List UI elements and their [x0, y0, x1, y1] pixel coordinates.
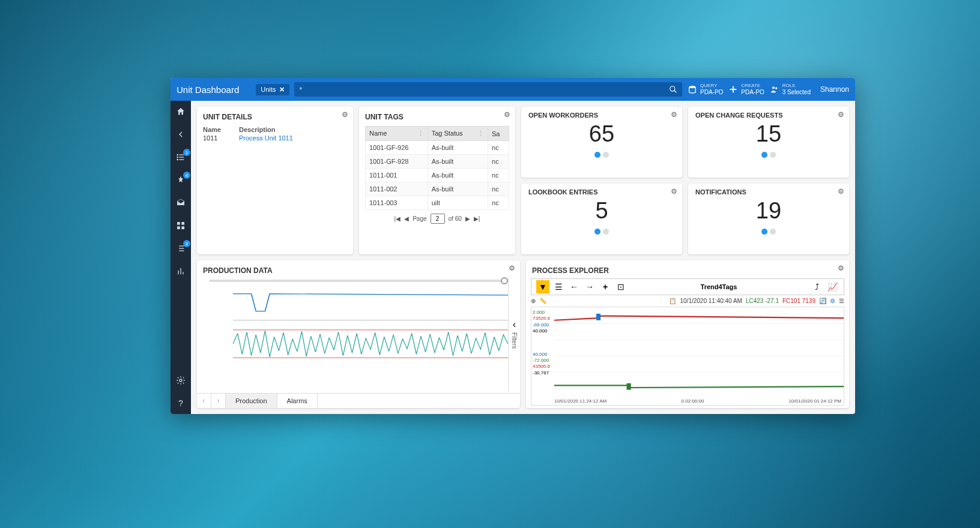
forward-arrow-icon[interactable]: → — [583, 280, 596, 293]
svg-rect-13 — [177, 222, 180, 225]
svg-rect-14 — [181, 222, 184, 225]
table-row[interactable]: 1011-001As-builtnc — [366, 169, 509, 182]
svg-point-23 — [180, 379, 182, 382]
time-slider[interactable] — [209, 280, 508, 282]
unit-details-card: ⚙ UNIT DETAILS Name1011 DescriptionProce… — [197, 107, 353, 254]
role-selector[interactable]: ROLE3 Selected — [769, 83, 811, 95]
filter-icon[interactable]: ▼ — [536, 280, 549, 293]
gear-icon[interactable] — [175, 374, 187, 386]
table-row[interactable]: 1001-GF-928As-builtnc — [366, 155, 509, 169]
header-bar: Unit Dashboard Units ✕ * QUERYPDA-PO CRE… — [171, 78, 855, 101]
menu-icon[interactable]: ☰ — [552, 280, 565, 293]
search-icon[interactable] — [669, 85, 677, 94]
filter-chip-units[interactable]: Units ✕ — [256, 84, 289, 95]
widget-menu-icon[interactable]: ⚙ — [838, 264, 844, 272]
sidebar: 1 4 2 ? — [171, 101, 191, 414]
notifications-card[interactable]: ⚙ NOTIFICATIONS 19 — [688, 184, 849, 254]
close-icon[interactable]: ✕ — [279, 86, 285, 94]
table-row[interactable]: 1011-003uiltnc — [366, 196, 509, 210]
col-status[interactable]: Tag Status⋮ — [428, 127, 488, 141]
svg-point-2 — [689, 86, 696, 88]
table-row[interactable]: 1011-002As-builtnc — [366, 182, 509, 196]
svg-rect-15 — [177, 226, 180, 229]
pager-next[interactable]: ▶ — [465, 215, 470, 222]
description-link[interactable]: Process Unit 1011 — [239, 134, 293, 142]
production-tabs: ‹ › Production Alarms — [197, 393, 520, 408]
search-input[interactable]: * — [294, 82, 682, 97]
pager: |◀ ◀ Page of 60 ▶ ▶| — [365, 214, 509, 224]
add-icon[interactable]: + — [599, 280, 612, 293]
svg-point-12 — [177, 159, 178, 160]
svg-rect-32 — [596, 314, 600, 320]
col-name[interactable]: Name⋮ — [366, 127, 428, 141]
filters-toggle[interactable]: ‹ Filters — [508, 277, 520, 391]
user-name[interactable]: Shannon — [815, 85, 849, 94]
widget-menu-icon[interactable]: ⚙ — [838, 110, 844, 119]
metrics-grid: ⚙ OPEN WORKORDERS 65 ⚙ OPEN CHANGE REQUE… — [521, 107, 849, 254]
target-icon[interactable]: ⊡ — [614, 280, 628, 293]
production-chart-1 — [233, 287, 508, 322]
unit-tags-card: ⚙ UNIT TAGS Name⋮ Tag Status⋮ Sa 1001-GF… — [359, 107, 515, 254]
dashboard-content: ⚙ UNIT DETAILS Name1011 DescriptionProce… — [191, 101, 855, 414]
columns-icon[interactable]: ☰ — [839, 298, 844, 304]
apps-icon[interactable] — [175, 220, 187, 232]
pager-last[interactable]: ▶| — [474, 215, 480, 222]
svg-rect-33 — [627, 383, 631, 390]
users-icon — [769, 84, 780, 95]
lookbook-card[interactable]: ⚙ LOOKBOOK ENTRIES 5 — [521, 184, 682, 254]
svg-point-10 — [177, 154, 178, 155]
query-selector[interactable]: QUERYPDA-PO — [687, 83, 723, 95]
explorer-subbar: ⊕ 📏 📋 10/1/2020 11:40:40 AM LC423 -27.1 … — [526, 296, 849, 305]
list-icon[interactable]: 1 — [175, 151, 187, 163]
col-sa[interactable]: Sa — [488, 127, 509, 141]
production-chart-2 — [233, 326, 508, 361]
production-data-card: ⚙ PRODUCTION DATA — [197, 260, 520, 408]
tab-production[interactable]: Production — [226, 394, 277, 408]
help-icon[interactable]: ? — [175, 397, 187, 409]
analytics-icon[interactable] — [175, 265, 187, 277]
gear-icon[interactable]: ⚙ — [830, 298, 835, 304]
process-explorer-card: ⚙ PROCESS EXPLORER ▼ ☰ ← → + ⊡ Trend4Tag… — [526, 260, 849, 408]
widget-menu-icon[interactable]: ⚙ — [838, 187, 844, 196]
explorer-toolbar: ▼ ☰ ← → + ⊡ Trend4Tags ⤴ 📈 — [531, 278, 844, 295]
svg-point-0 — [670, 86, 675, 91]
svg-line-1 — [674, 91, 677, 93]
back-icon[interactable] — [175, 128, 187, 140]
list2-icon[interactable]: 2 — [175, 242, 187, 254]
svg-rect-16 — [181, 226, 184, 229]
table-row[interactable]: 1001-GF-926As-builtnc — [366, 141, 509, 155]
clipboard-icon[interactable]: 📋 — [669, 298, 676, 304]
widget-menu-icon[interactable]: ⚙ — [509, 264, 515, 272]
tab-scroll-right[interactable]: › — [211, 394, 226, 408]
ruler-icon[interactable]: 📏 — [539, 298, 546, 304]
svg-point-11 — [177, 157, 178, 157]
zoom-icon[interactable]: ⊕ — [531, 298, 536, 304]
widget-menu-icon[interactable]: ⚙ — [671, 187, 677, 196]
share-icon[interactable]: ⤴ — [810, 280, 823, 293]
pager-prev[interactable]: ◀ — [404, 215, 409, 222]
tab-scroll-left[interactable]: ‹ — [197, 394, 211, 408]
app-window: Unit Dashboard Units ✕ * QUERYPDA-PO CRE… — [171, 78, 855, 414]
widget-menu-icon[interactable]: ⚙ — [671, 110, 677, 119]
create-button[interactable]: CREATEPDA-PO — [728, 83, 764, 95]
pager-page-input[interactable] — [431, 214, 445, 224]
chart-type-icon[interactable]: 📈 — [826, 280, 839, 293]
change-requests-card[interactable]: ⚙ OPEN CHANGE REQUESTS 15 — [688, 107, 849, 178]
refresh-icon[interactable]: 🔄 — [819, 298, 826, 304]
widget-menu-icon[interactable]: ⚙ — [342, 110, 348, 119]
home-icon[interactable] — [175, 106, 187, 118]
tab-alarms[interactable]: Alarms — [277, 394, 318, 408]
svg-point-6 — [775, 87, 777, 89]
plus-icon — [728, 84, 739, 95]
pin-icon[interactable]: 4 — [175, 174, 187, 186]
pager-first[interactable]: |◀ — [395, 215, 401, 222]
database-icon — [687, 84, 698, 95]
workorders-card[interactable]: ⚙ OPEN WORKORDERS 65 — [521, 107, 682, 178]
widget-menu-icon[interactable]: ⚙ — [504, 110, 510, 119]
unit-tags-table: Name⋮ Tag Status⋮ Sa 1001-GF-926As-built… — [365, 126, 509, 210]
back-arrow-icon[interactable]: ← — [567, 280, 581, 293]
inbox-icon[interactable] — [175, 197, 187, 209]
svg-point-5 — [772, 86, 775, 89]
trend-chart[interactable]: 2.000 73526.8 -69.000 40.000 40.000 -72.… — [531, 307, 844, 406]
chevron-left-icon: ‹ — [513, 319, 516, 330]
